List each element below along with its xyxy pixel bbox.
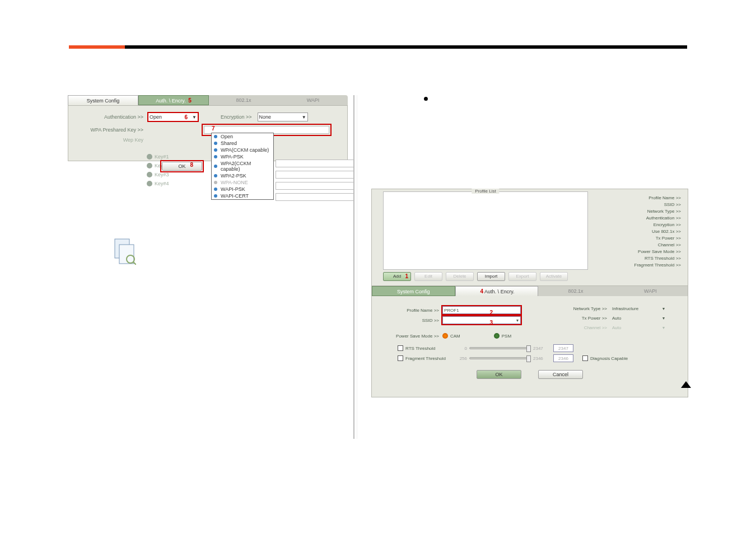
authentication-dropdown-list[interactable]: Open Shared WPA(CCKM capable) WPA-PSK WP… [211,133,274,200]
wpa-psk-label: WPA Preshared Key >> [75,127,148,133]
callout-7: 7 [212,125,215,132]
chevron-down-icon: ▾ [662,325,665,330]
export-button: Export [508,272,536,281]
rts-value-input[interactable]: 2347 [553,344,573,352]
right-dialog: Profile List Profile Name >> SSID >> Net… [371,189,688,397]
document-icon [114,238,136,265]
radio-icon [147,154,152,160]
ssid-label: SSID >> [381,318,442,323]
encryption-label: Encryption >> [221,114,252,120]
psm-radio[interactable] [494,333,500,339]
encryption-value: None [259,114,272,120]
cam-label: CAM [450,334,460,339]
tab-8021x[interactable]: 802.1x [209,95,278,105]
key4-input[interactable] [276,193,354,201]
stat-frag: Fragment Threshold >> [634,262,681,269]
frag-slider[interactable] [469,357,531,359]
stat-rts: RTS Threshold >> [634,255,681,262]
tab-auth-encry[interactable]: Auth. \ Encry. 5 [138,95,209,105]
import-button[interactable]: Import [477,272,505,281]
auth-option-wapi-cert[interactable]: WAPI-CERT [212,193,273,199]
divider-line-light [357,95,357,439]
tab-wapi[interactable]: WAPI [278,95,348,105]
left-dialog: System Config Auth. \ Encry. 5 802.1x WA… [68,95,348,161]
tab-system-config[interactable]: System Config [68,95,138,105]
profile-list-box[interactable]: Profile List [383,191,588,270]
add-button[interactable]: Add 1 [383,272,411,281]
auth-option-wpa-none: WPA-NONE [212,179,273,186]
callout-4: 4 [480,287,484,297]
tab-8021x[interactable]: 802.1x [538,286,613,296]
activate-button: Activate [540,272,568,281]
txpower-select[interactable]: Auto▾ [610,314,666,322]
channel-label: Channel >> [568,325,610,330]
callout-box-3 [441,315,522,325]
network-type-select[interactable]: Infrastructure▾ [610,305,666,312]
auth-option-wpa2-cckm[interactable]: WPA2(CCKM capable) [212,160,273,172]
encryption-select[interactable]: None ▼ [258,113,308,121]
stat-8021x: Use 802.1x >> [634,228,681,235]
tab-auth-encry[interactable]: 4 Auth. \ Encry. [455,286,539,296]
authentication-select[interactable]: Open 6 ▼ [148,113,198,121]
auth-option-shared[interactable]: Shared [212,140,273,147]
rts-label: RTS Threshold [405,346,456,351]
tab-system-config[interactable]: System Config [372,286,455,296]
callout-3: 3 [489,320,493,326]
frag-min: 256 [456,356,467,361]
left-button-bar: OK 8 Cancel [68,162,347,171]
auth-option-wpa-cckm[interactable]: WPA(CCKM capable) [212,147,273,153]
right-tabbar: System Config 4 Auth. \ Encry. 802.1x WA… [372,286,688,296]
auth-option-wapi-psk[interactable]: WAPI-PSK [212,186,273,193]
triangle-up-icon [681,381,691,388]
profile-name-label: Profile Name >> [381,308,442,313]
profile-stats: Profile Name >> SSID >> Network Type >> … [634,195,681,269]
header-rule-orange [69,45,125,49]
channel-select: Auto▾ [610,324,666,331]
rts-max: 2347 [533,346,548,351]
rts-slider[interactable] [469,347,531,349]
diag-checkbox[interactable] [582,355,588,361]
bullet-dot [424,97,428,101]
tab-wapi[interactable]: WAPI [613,286,688,296]
chevron-down-icon: ▾ [662,306,665,311]
authentication-label: Authentication >> [75,114,148,120]
psm-text: PSM [502,334,511,339]
wep-key-label: Wep Key [75,137,148,143]
callout-5: 5 [188,96,192,106]
right-ok-button[interactable]: OK [477,370,521,379]
key2-input[interactable] [276,171,354,179]
stat-psm: Power Save Mode >> [634,249,681,255]
divider-line [353,95,354,439]
callout-8: 8 [190,162,193,168]
left-tabbar: System Config Auth. \ Encry. 5 802.1x WA… [68,95,348,105]
radio-icon [147,172,152,177]
stat-encryption: Encryption >> [634,222,681,228]
key3-input[interactable] [276,182,354,190]
callout-box-8 [160,160,204,172]
auth-option-wpa-psk[interactable]: WPA-PSK [212,153,273,160]
frag-checkbox[interactable] [398,355,403,361]
profile-list-legend: Profile List [472,189,499,194]
delete-button: Delete [446,272,474,281]
chevron-down-icon: ▾ [662,316,665,321]
psm-label: Power Save Mode >> [381,334,442,339]
key3-label: Key#3 [155,172,177,177]
key4-label: Key#4 [155,181,177,186]
frag-value-input[interactable]: 2346 [553,354,573,362]
auth-option-open[interactable]: Open [212,133,273,140]
callout-box-6 [147,112,199,122]
stat-profile-name: Profile Name >> [634,195,681,202]
left-panel-body: Authentication >> Open 6 ▼ Encryption >>… [68,105,348,161]
rts-checkbox[interactable] [398,345,403,351]
diag-label: Diagnosis Capable [590,356,628,361]
auth-option-wpa2-psk[interactable]: WPA2-PSK [212,172,273,179]
stat-txpower: Tx Power >> [634,235,681,242]
right-cancel-button[interactable]: Cancel [538,370,583,379]
cam-radio[interactable] [442,333,448,339]
callout-1: 1 [405,273,408,280]
radio-icon [147,181,152,186]
stat-channel: Channel >> [634,242,681,249]
frag-max: 2346 [533,356,548,361]
profile-buttons: Add 1 Edit Delete Import Export Activate [383,272,568,281]
key1-label: Key#1 [155,154,177,160]
